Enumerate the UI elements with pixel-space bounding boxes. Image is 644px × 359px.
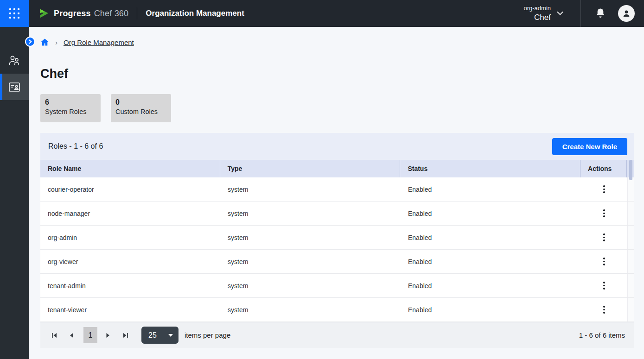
topbar-divider [137,7,137,19]
row-actions-menu[interactable] [600,231,608,244]
breadcrumb-link-org-role-management[interactable]: Org Role Management [64,38,134,46]
table-row: org-viewer system Enabled [40,250,634,274]
type-cell: system [220,226,401,249]
stat-value: 6 [45,98,96,107]
page-title: Chef [40,67,68,81]
users-icon [8,55,21,66]
caret-down-icon [168,334,173,337]
scrollbar-track[interactable] [627,298,634,321]
type-cell: system [220,250,401,273]
role-name-cell: courier-operator [40,177,220,201]
table-footer: 1 25 items per page 1 - 6 of 6 items [40,322,634,348]
page-size-dropdown[interactable]: 25 [141,327,179,344]
table-column-header: Role Name Type Status Actions [40,160,634,177]
pagination-range-label: 1 - 6 of 6 items [579,331,625,339]
table-row: node-manager system Enabled [40,202,634,226]
status-cell: Enabled [401,250,581,273]
current-page-button[interactable]: 1 [83,327,97,343]
sidebar-item-users[interactable] [0,47,29,74]
table-row: tenant-admin system Enabled [40,274,634,298]
home-icon[interactable] [40,38,49,46]
role-name-cell: org-admin [40,226,220,249]
account-org: Chef [523,13,551,22]
table-row: courier-operator system Enabled [40,177,634,202]
first-page-button[interactable] [48,329,61,342]
status-cell: Enabled [401,177,581,201]
main-content: › Org Role Management Chef 6 System Role… [29,27,644,359]
scrollbar-track[interactable] [627,226,634,249]
chevron-right-icon [106,333,110,338]
breadcrumb: › Org Role Management [40,38,134,46]
stat-label: Custom Roles [115,108,166,115]
app-title: Organization Management [146,9,244,18]
chevron-left-icon [69,333,74,338]
grid-icon [9,8,19,19]
breadcrumb-separator: › [55,38,57,46]
scrollbar-track[interactable] [627,274,634,297]
column-header-status: Status [400,160,580,177]
status-cell: Enabled [401,202,581,225]
progress-logo-icon [38,7,51,20]
app-launcher-button[interactable] [0,0,29,27]
table-header-bar: Roles - 1 - 6 of 6 Create New Role [40,133,634,160]
row-actions-menu[interactable] [600,207,608,220]
column-header-actions: Actions [580,160,627,177]
topbar: Progress Chef 360 Organization Managemen… [0,0,644,27]
chevron-right-icon [28,39,32,44]
table-row: org-admin system Enabled [40,226,634,250]
type-cell: system [220,298,401,321]
chevron-down-icon [556,11,564,16]
column-header-type: Type [220,160,401,177]
stat-label: System Roles [45,108,96,115]
status-cell: Enabled [401,298,581,321]
type-cell: system [220,274,401,297]
user-avatar-button[interactable] [618,5,635,22]
scrollbar-thumb[interactable] [629,160,632,180]
stat-value: 0 [115,98,166,107]
status-cell: Enabled [401,274,581,297]
page-size-value: 25 [148,331,168,340]
bell-icon [595,7,606,19]
role-name-cell: node-manager [40,202,220,225]
stat-cards: 6 System Roles 0 Custom Roles [40,94,171,122]
role-name-cell: tenant-admin [40,274,220,297]
person-icon [621,8,631,19]
role-name-cell: org-viewer [40,250,220,273]
account-menu[interactable]: org-admin Chef [523,5,564,22]
sidebar [0,27,29,359]
account-role: org-admin [523,5,551,12]
row-actions-menu[interactable] [600,303,608,316]
topbar-divider [580,0,581,27]
type-cell: system [220,177,401,201]
scrollbar-track[interactable] [627,177,634,201]
row-actions-menu[interactable] [600,279,608,292]
brand-primary: Progress [54,9,91,19]
scrollbar-track[interactable] [627,250,634,273]
notifications-button[interactable] [595,7,606,19]
status-cell: Enabled [401,226,581,249]
brand-logo: Progress Chef 360 [38,7,128,20]
sidebar-expand-toggle[interactable] [25,37,35,47]
row-actions-menu[interactable] [600,183,608,196]
stat-card-custom-roles: 0 Custom Roles [111,94,171,122]
first-page-icon [51,333,57,338]
create-new-role-button[interactable]: Create New Role [552,138,627,155]
last-page-icon [122,333,128,338]
table-row: tenant-viewer system Enabled [40,298,634,322]
id-card-icon [8,82,21,93]
items-per-page-label: items per page [185,331,230,339]
table-title: Roles - 1 - 6 of 6 [48,142,103,151]
previous-page-button[interactable] [65,329,78,342]
scrollbar-track[interactable] [627,202,634,225]
role-name-cell: tenant-viewer [40,298,220,321]
roles-table: Roles - 1 - 6 of 6 Create New Role Role … [40,133,634,348]
type-cell: system [220,202,401,225]
column-header-role-name: Role Name [40,160,220,177]
row-actions-menu[interactable] [600,255,608,268]
brand-secondary: Chef 360 [94,9,129,19]
sidebar-item-org-roles[interactable] [0,74,29,100]
stat-card-system-roles: 6 System Roles [40,94,101,122]
last-page-button[interactable] [119,329,132,342]
next-page-button[interactable] [102,329,115,342]
